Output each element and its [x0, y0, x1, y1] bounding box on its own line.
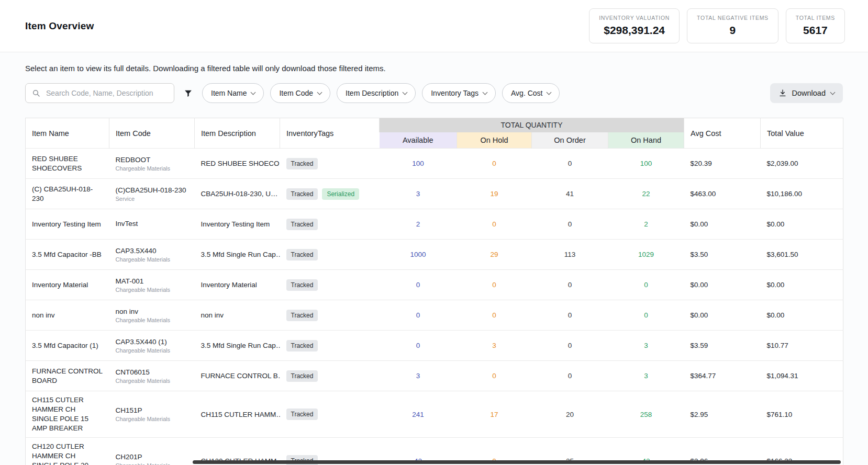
table-row[interactable]: (C) CBA25UH-018-230 (C)CBA25UH-018-230 S…: [26, 179, 843, 209]
on-hold-cell: 0: [457, 270, 532, 300]
avg-cost-cell: $364.77: [684, 361, 761, 391]
horizontal-scrollbar-track: [25, 460, 843, 465]
item-name-cell: Inventory Material: [26, 270, 109, 300]
filter-chip-inventory-tags[interactable]: Inventory Tags: [422, 83, 496, 103]
item-name-cell: (C) CBA25UH-018-230: [26, 179, 109, 209]
on-hand-cell: 0: [608, 270, 684, 300]
item-code-type: Chargeable Materials: [116, 416, 188, 422]
inventory-tags-cell: Tracked: [280, 270, 380, 300]
tracked-badge: Tracked: [286, 249, 318, 260]
table-row[interactable]: CH115 CUTLER HAMMER CH SINGLE POLE 15 AM…: [26, 391, 843, 438]
on-hold-cell: 3: [457, 331, 532, 361]
available-cell: 0: [380, 270, 457, 300]
item-code: InvTest: [116, 220, 188, 228]
search-input[interactable]: [45, 88, 168, 98]
available-cell: 3: [380, 361, 457, 391]
item-code-type: Chargeable Materials: [116, 165, 188, 172]
avg-cost-cell: $20.39: [684, 149, 761, 179]
available-cell: 241: [380, 391, 457, 438]
tracked-badge: Tracked: [286, 279, 318, 291]
item-code-type: Chargeable Materials: [116, 378, 188, 384]
search-icon: [32, 89, 40, 97]
table-row[interactable]: Inventory Testing Item InvTest Inventory…: [26, 209, 843, 240]
item-code-type: Service: [116, 196, 188, 202]
inventory-tags-cell: TrackedSerialized: [280, 179, 380, 209]
table-row[interactable]: non inv non inv Chargeable Materials non…: [26, 300, 843, 331]
download-button[interactable]: Download: [770, 83, 843, 103]
filter-chip-item-code[interactable]: Item Code: [270, 83, 330, 103]
item-code: CNT06015: [116, 368, 188, 376]
item-code: MAT-001: [116, 277, 188, 285]
on-order-cell: 113: [532, 240, 608, 270]
tracked-badge: Tracked: [286, 340, 318, 351]
tracked-badge: Tracked: [286, 158, 318, 169]
filter-chip-label: Item Description: [346, 89, 398, 97]
inventory-tags-cell: Tracked: [280, 300, 380, 331]
column-header-on-hold: On Hold: [457, 132, 532, 149]
item-code-cell: CAP3.5X440 (1) Chargeable Materials: [109, 331, 195, 361]
inventory-tags-cell: Tracked: [280, 361, 380, 391]
instruction-text: Select an item to view its full details.…: [25, 64, 843, 73]
item-code: non inv: [116, 308, 188, 315]
avg-cost-cell: $0.00: [684, 270, 761, 300]
on-hand-cell: 100: [608, 149, 684, 179]
on-hand-cell: 2: [608, 209, 684, 240]
stat-label: TOTAL NEGATIVE ITEMS: [697, 15, 769, 21]
table-row[interactable]: 3.5 Mfd Capacitor (1) CAP3.5X440 (1) Cha…: [26, 331, 843, 361]
chevron-down-icon: [547, 89, 552, 95]
chevron-down-icon: [403, 89, 408, 95]
on-order-cell: 41: [532, 179, 608, 209]
item-name-cell: RED SHUBEE SHOECOVERS: [26, 149, 109, 179]
total-value-cell: $761.10: [761, 391, 843, 438]
tracked-badge: Tracked: [286, 219, 318, 230]
total-value-cell: $3,601.50: [761, 240, 843, 270]
tracked-badge: Tracked: [286, 310, 318, 321]
on-order-cell: 0: [532, 270, 608, 300]
filter-chip-item-description[interactable]: Item Description: [337, 83, 416, 103]
table-row[interactable]: 3.5 Mfd Capacitor -BB CAP3.5X440 Chargea…: [26, 240, 843, 270]
item-code-cell: CH151P Chargeable Materials: [109, 391, 195, 438]
on-hand-cell: 22: [608, 179, 684, 209]
app-header: Item Overview INVENTORY VALUATION $298,3…: [0, 0, 868, 52]
total-value-cell: $1,094.31: [761, 361, 843, 391]
inventory-tags-cell: Tracked: [280, 149, 380, 179]
stat-label: TOTAL ITEMS: [796, 15, 835, 21]
toolbar: Item Name Item Code Item Description Inv…: [25, 83, 843, 103]
on-hand-cell: 1029: [608, 240, 684, 270]
available-cell: 0: [380, 331, 457, 361]
stat-value: 9: [697, 24, 769, 37]
total-value-cell: $0.00: [761, 209, 843, 240]
column-header-on-hand: On Hand: [608, 132, 684, 149]
inventory-tags-cell: Tracked: [280, 331, 380, 361]
horizontal-scrollbar[interactable]: [193, 460, 841, 464]
on-hand-cell: 258: [608, 391, 684, 438]
filter-chip-label: Item Code: [279, 89, 313, 97]
item-description-cell: CBA25UH-018-230, U…: [195, 179, 280, 209]
table-row[interactable]: Inventory Material MAT-001 Chargeable Ma…: [26, 270, 843, 300]
on-order-cell: 20: [532, 391, 608, 438]
chevron-down-icon: [483, 89, 488, 95]
stat-label: INVENTORY VALUATION: [599, 15, 670, 21]
total-value-cell: $2,039.00: [761, 149, 843, 179]
table-row[interactable]: RED SHUBEE SHOECOVERS REDBOOT Chargeable…: [26, 149, 843, 179]
item-code-cell: CAP3.5X440 Chargeable Materials: [109, 240, 195, 270]
filter-funnel-button[interactable]: [181, 87, 196, 100]
column-header-item-name: Item Name: [26, 118, 109, 149]
table-row[interactable]: FURNACE CONTROL BOARD CNT06015 Chargeabl…: [26, 361, 843, 391]
on-order-cell: 0: [532, 149, 608, 179]
item-description-cell: Inventory Testing Item: [195, 209, 280, 240]
item-code-type: Chargeable Materials: [116, 347, 188, 354]
avg-cost-cell: $463.00: [684, 179, 761, 209]
on-order-cell: 0: [532, 331, 608, 361]
available-cell: 2: [380, 209, 457, 240]
column-group-total-quantity: TOTAL QUANTITY: [380, 118, 684, 132]
item-code: CH151P: [116, 406, 188, 414]
filter-chip-avg-cost[interactable]: Avg. Cost: [502, 83, 560, 103]
inventory-tags-cell: Tracked: [280, 391, 380, 438]
page-title: Item Overview: [25, 20, 94, 32]
total-value-cell: $10.77: [761, 331, 843, 361]
on-hold-cell: 0: [457, 361, 532, 391]
filter-chip-item-name[interactable]: Item Name: [202, 83, 264, 103]
on-hold-cell: 0: [457, 300, 532, 331]
item-name-cell: 3.5 Mfd Capacitor -BB: [26, 240, 109, 270]
